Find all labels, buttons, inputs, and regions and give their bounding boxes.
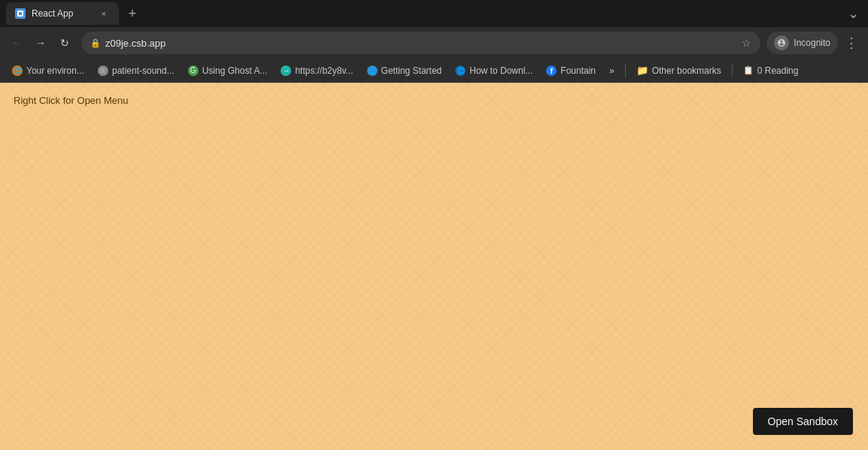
back-button[interactable]: ← [6,32,27,53]
bookmark-favicon-environ: 🌐 [12,65,23,76]
bookmark-label-environ: Your environ... [26,65,84,76]
incognito-icon [774,35,789,50]
bookmark-item-other[interactable]: 📁 Other bookmarks [630,62,727,78]
tab-title: React App [32,8,92,19]
bookmark-label-getting-started: Getting Started [381,65,442,76]
forward-button[interactable]: → [30,32,51,53]
incognito-button[interactable]: Incognito [766,32,838,54]
bookmark-label-how-to: How to Downl... [469,65,533,76]
bookmark-favicon-fountain: f [546,65,557,76]
bookmark-favicon-patient: ☆ [98,65,108,76]
incognito-label: Incognito [794,38,830,48]
navigation-bar: ← → ↻ 🔒 z09je.csb.app ☆ Incognito ⋮ [0,27,868,59]
page-content: Right Click for Open Menu Open Sandbox [0,83,868,450]
reading-separator [732,64,733,78]
bookmark-favicon-how-to: 🌐 [455,65,466,76]
reading-list-icon: 📋 [743,65,754,76]
bookmarks-more-label: » [609,65,615,76]
lock-icon: 🔒 [90,38,101,48]
bookmark-item-environ[interactable]: 🌐 Your environ... [6,63,90,78]
bookmark-item-patient[interactable]: ☆ patient-sound... [92,63,181,78]
bookmark-label-ghost: Using Ghost A... [202,65,268,76]
url-display: z09je.csb.app [105,38,737,49]
bookmarks-separator [625,64,626,78]
tab-close-button[interactable]: × [98,8,110,20]
bookmark-item-how-to[interactable]: 🌐 How to Downl... [449,63,539,78]
active-tab[interactable]: React App × [6,2,119,25]
bookmark-label-patient: patient-sound... [112,65,175,76]
browser-menu-button[interactable]: ⋮ [841,32,862,53]
bookmarks-bar: 🌐 Your environ... ☆ patient-sound... G U… [0,59,868,83]
bookmarks-more-button[interactable]: » [603,63,621,78]
reading-list-label: 0 Reading [757,65,799,76]
address-bar[interactable]: 🔒 z09je.csb.app ☆ [81,32,760,54]
bookmark-item-ghost[interactable]: G Using Ghost A... [182,63,274,78]
tab-favicon [15,8,26,19]
right-click-hint: Right Click for Open Menu [14,95,128,106]
bookmark-item-getting-started[interactable]: 🌐 Getting Started [361,63,448,78]
tab-bar: React App × + ⌄ [0,0,868,27]
bookmark-label-b2y8v: https://b2y8v... [295,65,353,76]
reload-button[interactable]: ↻ [54,32,75,53]
bookmark-item-fountain[interactable]: f Fountain [540,63,602,78]
new-tab-button[interactable]: + [122,3,143,24]
other-bookmarks-label: Other bookmarks [652,65,721,76]
reading-list-button[interactable]: 📋 0 Reading [737,63,805,78]
open-sandbox-button[interactable]: Open Sandbox [753,408,853,435]
folder-icon: 📁 [636,65,648,76]
bookmark-favicon-b2y8v: → [281,65,291,76]
bookmark-favicon-ghost: G [188,65,199,76]
bookmark-label-fountain: Fountain [560,65,596,76]
bookmark-item-b2y8v[interactable]: → https://b2y8v... [275,63,359,78]
bookmark-favicon-getting-started: 🌐 [367,65,378,76]
tab-dropdown-button[interactable]: ⌄ [845,2,862,25]
bookmark-star-icon[interactable]: ☆ [742,37,751,49]
